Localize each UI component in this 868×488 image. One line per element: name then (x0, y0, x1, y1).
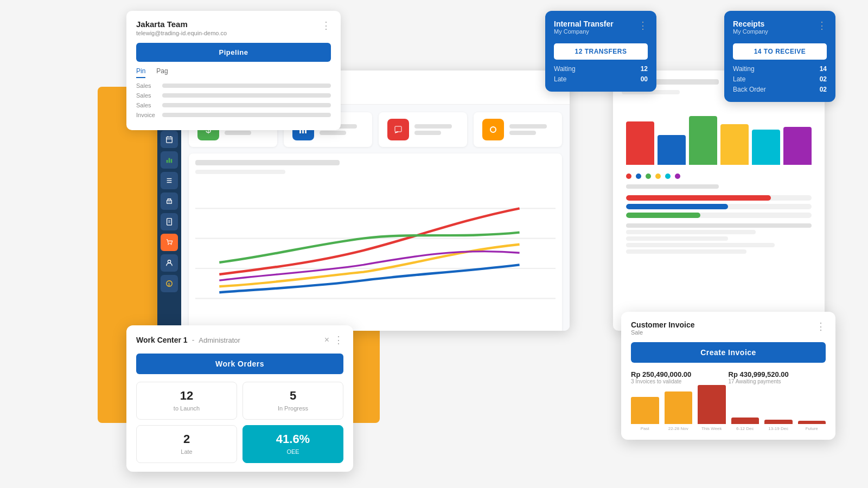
progress-bar-fill (626, 213, 700, 218)
work-orders-button[interactable]: Work Orders (136, 354, 343, 374)
list-item: Invoice (136, 112, 331, 118)
bar-group-nov: 22-28 Nov (665, 391, 693, 431)
legend-dot-purple (675, 174, 680, 179)
ci-bar (731, 418, 760, 424)
amount-block-1: Rp 250,490,000.00 3 Invoices to validate (631, 370, 729, 384)
wc-stat-inprogress: 5 In Progress (242, 382, 343, 420)
bar-label-dec13: 13-19 Dec (768, 426, 788, 431)
svg-rect-3 (169, 158, 170, 163)
waiting-value: 14 (820, 65, 827, 73)
legend-dot-blue (636, 174, 641, 179)
oee-label: OEE (286, 448, 299, 455)
ci-bar-chart: Past 22-28 Nov This Week 6-12 Dec 13-19 … (631, 393, 826, 431)
kpi-line (414, 124, 452, 129)
ci-bar (631, 397, 659, 424)
svg-rect-1 (167, 137, 173, 143)
amount-block-2: Rp 430,999,520.00 17 Awaiting payments (729, 370, 826, 384)
bar-group-future: Future (798, 421, 826, 431)
receipts-title-group: Receipts My Company (733, 20, 768, 41)
bar-group (622, 100, 816, 165)
backorder-label: Back Order (733, 86, 766, 93)
jakarta-title: Jakarta Team (136, 20, 227, 29)
bar-group-dec13: 13-19 Dec (764, 420, 793, 431)
list-item: Late 02 (733, 75, 827, 83)
wc-title-group: Work Center 1 - Administrator (136, 336, 240, 344)
nav-tab-pin[interactable]: Pin (136, 67, 145, 78)
kpi-line (414, 131, 441, 135)
erp-main-content: $ (181, 105, 570, 331)
svg-rect-2 (167, 160, 168, 163)
progress-bar-wrap (626, 195, 812, 201)
kpi-line (225, 131, 251, 135)
receive-button[interactable]: 14 TO RECEIVE (733, 43, 827, 60)
work-center-role: Administrator (199, 336, 240, 344)
mini-bar (626, 236, 728, 241)
bar-label-dec6: 6-12 Dec (736, 426, 754, 431)
progress-bar-wrap (626, 204, 812, 209)
row-label: Invoice (136, 112, 158, 118)
bar-red (626, 121, 654, 165)
list-item: Sales (136, 102, 331, 108)
sidebar-icon-coin[interactable]: $ (161, 275, 178, 292)
list-item: Waiting 14 (733, 65, 827, 73)
work-center-menu-dots[interactable]: ⋮ (334, 334, 343, 346)
kpi-line (320, 131, 346, 135)
wc-stat-oee: 41.6% OEE (242, 425, 343, 463)
jakarta-email: telewig@trading-id.equin-demo.co (136, 30, 227, 36)
sidebar-icon-chart[interactable] (161, 151, 178, 169)
sidebar-icon-print[interactable] (161, 192, 178, 210)
transfer-menu-dots[interactable]: ⋮ (638, 20, 648, 31)
launch-label: to Launch (174, 405, 200, 412)
ci-bar (665, 391, 693, 424)
late-label: Late (554, 75, 566, 83)
ci-title-group: Customer Invoice Sale (631, 320, 694, 336)
bar-chart-legend (622, 174, 816, 179)
ci-bar (764, 420, 793, 424)
jakarta-info: Jakarta Team telewig@trading-id.equin-de… (136, 20, 227, 36)
sidebar-icon-document[interactable] (161, 213, 178, 230)
legend-dot-yellow (655, 174, 661, 179)
section-title-bar (626, 184, 719, 189)
card-header: Internal Transfer My Company ⋮ (554, 20, 648, 41)
progress-section (622, 184, 816, 218)
mini-stats (622, 223, 816, 254)
kpi-line (509, 131, 536, 135)
progress-bar-wrap (626, 213, 812, 218)
chart-subtitle-bar (195, 170, 285, 174)
transfers-button[interactable]: 12 TRANSFERS (554, 43, 648, 60)
bar-group-past: Past (631, 397, 659, 431)
invoice-menu-dots[interactable]: ⋮ (816, 320, 826, 332)
sidebar-icon-user[interactable] (161, 254, 178, 272)
receipts-menu-dots[interactable]: ⋮ (817, 20, 827, 31)
sidebar-icon-list[interactable] (161, 172, 178, 189)
sidebar-icon-cart[interactable] (161, 234, 178, 251)
nav-tab-page[interactable]: Pag (156, 67, 168, 78)
line-chart-svg (195, 178, 556, 323)
erp-sidebar: $ (157, 105, 181, 331)
jakarta-menu-dots[interactable]: ⋮ (321, 20, 331, 31)
bar-yellow (720, 124, 749, 165)
kpi-lines (509, 124, 553, 135)
create-invoice-button[interactable]: Create Invoice (631, 342, 826, 363)
list-item: Waiting 12 (554, 65, 648, 73)
work-center-close-button[interactable]: × (324, 335, 329, 345)
mini-bar (626, 223, 812, 228)
row-bar (162, 93, 331, 98)
row-label: Sales (136, 92, 158, 99)
bar-label-thisweek: This Week (701, 426, 722, 431)
bar-label-future: Future (806, 426, 818, 431)
inprogress-count: 5 (251, 389, 335, 403)
list-item: Sales (136, 92, 331, 99)
chart-title-bar (195, 160, 340, 165)
transfer-title: Internal Transfer (554, 20, 614, 28)
late-value: 02 (820, 75, 827, 83)
pipeline-button[interactable]: Pipeline (136, 43, 331, 62)
sidebar-icon-calendar[interactable] (161, 131, 178, 148)
amount-value-2: Rp 430,999,520.00 (729, 370, 826, 378)
svg-rect-10 (167, 219, 172, 225)
list-item: Back Order 02 (733, 86, 827, 93)
amount-label-2: 17 Awaiting payments (729, 378, 826, 384)
late-count: 2 (144, 432, 229, 446)
wc-separator: - (192, 336, 195, 344)
svg-point-15 (168, 260, 170, 263)
